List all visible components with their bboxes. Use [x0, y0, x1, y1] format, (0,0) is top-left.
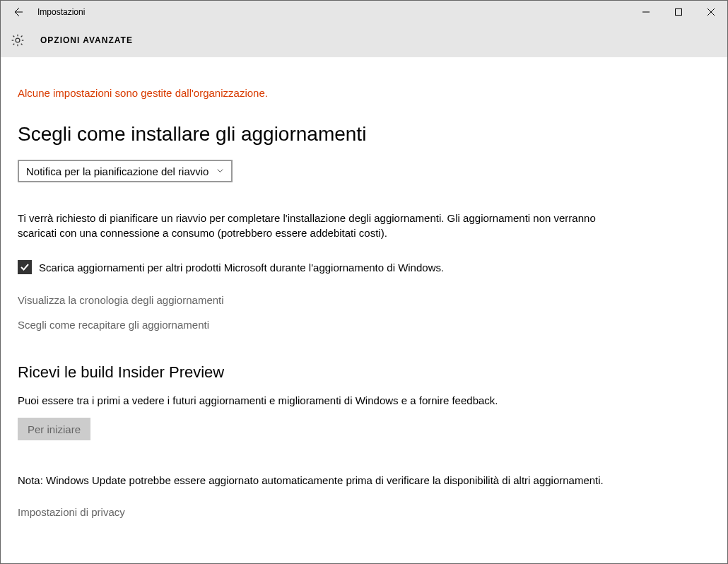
page-title: OPZIONI AVANZATE — [40, 35, 133, 45]
svg-point-4 — [16, 38, 20, 42]
link-privacy-settings[interactable]: Impostazioni di privacy — [18, 506, 710, 518]
dropdown-selected-value: Notifica per la pianificazione del riavv… — [26, 165, 209, 177]
minimize-button[interactable] — [630, 1, 662, 23]
svg-rect-1 — [676, 9, 682, 16]
minimize-icon — [642, 8, 650, 16]
checkmark-icon — [20, 262, 30, 272]
content-area: Alcune impostazioni sono gestite dall'or… — [1, 57, 727, 518]
titlebar: Impostazioni — [1, 1, 727, 23]
maximize-button[interactable] — [662, 1, 695, 23]
get-started-button[interactable]: Per iniziare — [18, 418, 90, 440]
close-icon — [708, 8, 715, 16]
window-title: Impostazioni — [37, 7, 85, 17]
checkbox-label-other-products: Scarica aggiornamenti per altri prodotti… — [39, 262, 444, 274]
link-delivery-options[interactable]: Scegli come recapitare gli aggiornamenti — [18, 319, 710, 331]
maximize-icon — [675, 8, 682, 16]
gear-icon — [9, 32, 26, 49]
link-update-history[interactable]: Visualizza la cronologia degli aggiornam… — [18, 294, 710, 306]
window-controls — [630, 1, 727, 23]
insider-description: Puoi essere tra i primi a vedere i futur… — [18, 394, 710, 406]
arrow-left-icon — [12, 6, 23, 18]
checkbox-row-other-products: Scarica aggiornamenti per altri prodotti… — [18, 260, 710, 274]
section-insider-title: Ricevi le build Insider Preview — [18, 363, 710, 382]
install-description: Ti verrà richiesto di pianificare un ria… — [18, 211, 597, 240]
chevron-down-icon — [216, 165, 224, 177]
section-update-install-title: Scegli come installare gli aggiornamenti — [18, 123, 710, 146]
update-note: Nota: Windows Update potrebbe essere agg… — [18, 474, 710, 486]
checkbox-other-products[interactable] — [18, 260, 32, 274]
page-header: OPZIONI AVANZATE — [1, 23, 727, 57]
close-button[interactable] — [695, 1, 727, 23]
org-managed-notice: Alcune impostazioni sono gestite dall'or… — [18, 87, 710, 99]
get-started-button-label: Per iniziare — [28, 423, 81, 435]
back-button[interactable] — [1, 1, 35, 23]
install-schedule-dropdown[interactable]: Notifica per la pianificazione del riavv… — [18, 160, 233, 182]
